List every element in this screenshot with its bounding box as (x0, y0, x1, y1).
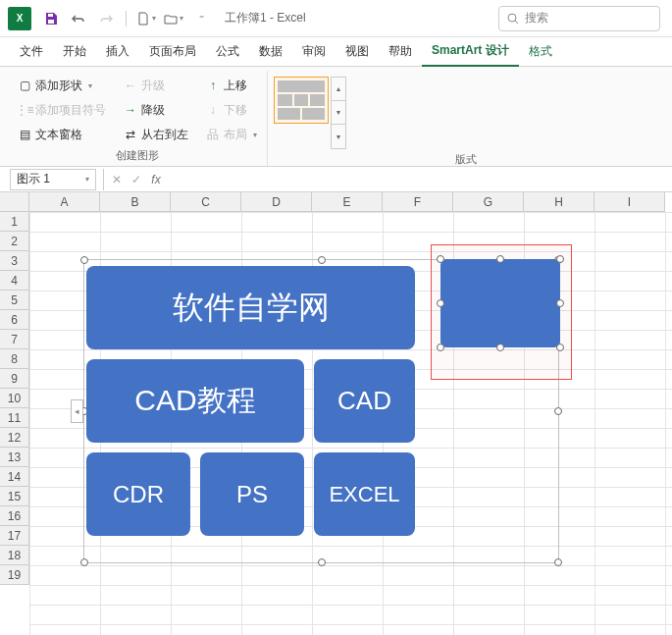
row-header[interactable]: 19 (0, 565, 29, 585)
add-shape-button[interactable]: ▢添加形状▾ (14, 75, 110, 96)
demote-button[interactable]: →降级 (120, 99, 192, 121)
ribbon-group-layouts: ▴ ▾ ▾ 版式 (268, 71, 664, 166)
promote-button[interactable]: ←升级 (120, 75, 192, 96)
move-down-button[interactable]: ↓下移 (202, 99, 261, 121)
resize-handle[interactable] (496, 344, 504, 351)
tab-format[interactable]: 格式 (519, 37, 562, 67)
save-icon[interactable] (39, 7, 63, 30)
resize-handle[interactable] (554, 558, 562, 566)
smartart-block-s2[interactable]: PS (200, 452, 304, 536)
tab-data[interactable]: 数据 (249, 37, 292, 67)
rtl-icon: ⇄ (124, 128, 137, 141)
qat-customize-icon[interactable]: ⁼ (189, 7, 213, 30)
row-header[interactable]: 16 (0, 506, 29, 526)
tab-layout[interactable]: 页面布局 (139, 37, 206, 67)
add-shape-icon: ▢ (18, 79, 31, 92)
row-header[interactable]: 3 (0, 251, 29, 271)
row-header[interactable]: 18 (0, 546, 29, 565)
row-header[interactable]: 2 (0, 232, 29, 251)
select-all-corner[interactable] (0, 192, 29, 212)
row-header[interactable]: 12 (0, 428, 29, 448)
fx-icon[interactable]: fx (146, 169, 166, 190)
tab-review[interactable]: 审阅 (292, 37, 336, 67)
row-header[interactable]: 14 (0, 467, 29, 487)
ribbon-group-create: ▢添加形状▾ ⋮≡添加项目符号 ▤文本窗格 ←升级 →降级 ⇄从右到左 ↑上移 … (8, 71, 268, 166)
smartart-block-mid1[interactable]: CAD教程 (86, 359, 304, 443)
tab-home[interactable]: 开始 (53, 37, 96, 67)
move-up-button[interactable]: ↑上移 (202, 75, 261, 96)
search-input[interactable]: 搜索 (498, 6, 660, 31)
column-header[interactable]: A (29, 192, 100, 212)
ribbon-tabs: 文件 开始 插入 页面布局 公式 数据 审阅 视图 帮助 SmartArt 设计… (0, 37, 672, 67)
resize-handle[interactable] (80, 256, 88, 264)
row-header[interactable]: 6 (0, 310, 29, 330)
confirm-icon[interactable]: ✓ (127, 169, 146, 190)
row-header[interactable]: 10 (0, 389, 29, 408)
open-folder-icon[interactable]: ▾ (162, 7, 185, 30)
tab-formula[interactable]: 公式 (206, 37, 249, 67)
redo-icon[interactable] (94, 7, 118, 30)
column-header[interactable]: G (453, 192, 524, 212)
resize-handle[interactable] (437, 299, 444, 307)
row-header[interactable]: 8 (0, 349, 29, 369)
resize-handle[interactable] (318, 256, 326, 264)
tab-file[interactable]: 文件 (10, 37, 53, 67)
layout-gallery: ▴ ▾ ▾ (274, 71, 346, 149)
resize-handle[interactable] (437, 255, 444, 263)
row-header[interactable]: 17 (0, 526, 29, 546)
cells-area[interactable]: ◂ 软件自学网 CAD教程 CAD CDR PS EXCEL (29, 212, 672, 635)
gallery-down-icon[interactable]: ▾ (332, 101, 345, 125)
text-pane-toggle[interactable]: ◂ (71, 399, 83, 423)
text-pane-button[interactable]: ▤文本窗格 (14, 124, 110, 145)
smartart-block-new[interactable] (440, 259, 560, 347)
cancel-icon[interactable]: ✕ (107, 169, 127, 190)
row-header[interactable]: 4 (0, 271, 29, 291)
chevron-down-icon[interactable]: ▾ (85, 175, 89, 184)
ribbon-content: ▢添加形状▾ ⋮≡添加项目符号 ▤文本窗格 ←升级 →降级 ⇄从右到左 ↑上移 … (0, 67, 672, 167)
row-header[interactable]: 11 (0, 408, 29, 428)
text-pane-icon: ▤ (18, 128, 31, 141)
row-header[interactable]: 13 (0, 448, 29, 467)
column-header[interactable]: D (241, 192, 312, 212)
new-file-icon[interactable]: ▾ (134, 7, 158, 30)
resize-handle[interactable] (437, 344, 444, 351)
gallery-up-icon[interactable]: ▴ (332, 78, 345, 101)
row-header[interactable]: 15 (0, 487, 29, 506)
tab-insert[interactable]: 插入 (96, 37, 139, 67)
formula-input[interactable] (166, 169, 672, 190)
search-icon (507, 13, 519, 25)
layout-thumb-1[interactable] (274, 77, 329, 124)
tab-smartart-design[interactable]: SmartArt 设计 (422, 37, 519, 67)
resize-handle[interactable] (554, 407, 562, 415)
row-header[interactable]: 5 (0, 291, 29, 310)
undo-icon[interactable] (67, 7, 90, 30)
row-header[interactable]: 1 (0, 212, 29, 232)
column-headers: ABCDEFGHI (29, 192, 672, 212)
svg-line-3 (515, 21, 518, 24)
column-header[interactable]: E (312, 192, 383, 212)
column-header[interactable]: H (524, 192, 594, 212)
resize-handle[interactable] (556, 299, 564, 307)
resize-handle[interactable] (496, 255, 504, 263)
resize-handle[interactable] (318, 558, 326, 566)
resize-handle[interactable] (556, 255, 564, 263)
smartart-block-s1[interactable]: CDR (86, 452, 190, 536)
smartart-block-title[interactable]: 软件自学网 (86, 266, 415, 349)
column-header[interactable]: B (100, 192, 171, 212)
row-header[interactable]: 9 (0, 369, 29, 389)
smartart-block-s3[interactable]: EXCEL (314, 452, 415, 536)
column-header[interactable]: I (594, 192, 665, 212)
rtl-button[interactable]: ⇄从右到左 (120, 124, 192, 145)
name-box[interactable]: 图示 1 ▾ (10, 169, 96, 190)
layout-button[interactable]: 品布局▾ (202, 124, 261, 145)
resize-handle[interactable] (556, 344, 564, 351)
resize-handle[interactable] (80, 558, 88, 566)
column-header[interactable]: C (171, 192, 241, 212)
smartart-block-mid2[interactable]: CAD (314, 359, 415, 443)
tab-view[interactable]: 视图 (336, 37, 379, 67)
row-header[interactable]: 7 (0, 330, 29, 349)
tab-help[interactable]: 帮助 (379, 37, 422, 67)
column-header[interactable]: F (383, 192, 453, 212)
gallery-more-icon[interactable]: ▾ (332, 125, 345, 148)
add-bullet-button[interactable]: ⋮≡添加项目符号 (14, 99, 110, 121)
